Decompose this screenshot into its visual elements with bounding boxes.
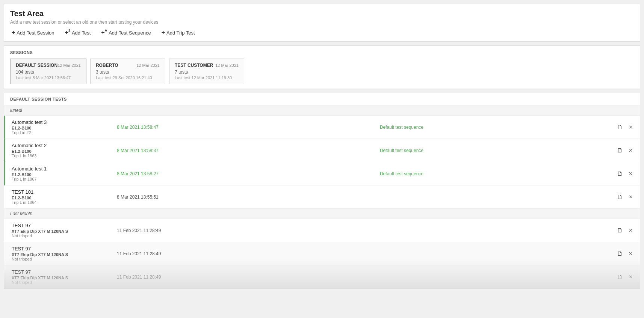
tests-section-title: DEFAULT SESSION TESTS [4, 93, 640, 105]
delete-button[interactable]: × [627, 193, 634, 201]
test-datetime: 8 Mar 2021 13:58:27 [109, 171, 192, 176]
test-datetime: 8 Mar 2021 13:58:37 [109, 148, 192, 153]
test-datetime: 8 Mar 2021 13:55:51 [109, 194, 192, 200]
session-card-roberto[interactable]: ROBERTO 12 Mar 2021 3 tests Last test 29… [90, 59, 165, 84]
test-name: Automatic test 3 [12, 119, 109, 125]
document-button[interactable]: 🗋 [615, 226, 624, 235]
session-date-2: 12 Mar 2021 [136, 63, 160, 68]
test-device: XT7 Ekip Dip XT7 M 120NA S [12, 252, 109, 257]
plus-icon-2: +1 [65, 29, 70, 36]
add-test-sequence-label: Add Test Sequence [109, 30, 151, 36]
toolbar: + Add Test Session +1 Add Test +A Add Te… [10, 29, 634, 37]
test-trip: Trip L in 1864 [12, 200, 109, 205]
add-trip-test-button[interactable]: + Add Trip Test [160, 29, 197, 37]
test-actions: 🗋 × [611, 170, 634, 178]
test-datetime: 11 Feb 2021 11:28:49 [109, 274, 192, 280]
test-sequence: Default test sequence [192, 171, 611, 176]
session-card-header: DEFAULT SESSION 12 Mar 2021 [16, 63, 81, 68]
document-icon: 🗋 [617, 274, 623, 280]
test-row-left: Automatic test 3 E1.2-B100 Trip I in 22 [12, 119, 109, 135]
test-device: E1.2-B100 [12, 172, 109, 177]
test-row: TEST 97 XT7 Ekip Dip XT7 M 120NA S Not t… [4, 265, 640, 289]
session-last-2: Last test 29 Set 2020 16:21:40 [96, 75, 160, 80]
add-test-sequence-button[interactable]: +A Add Test Sequence [100, 29, 152, 37]
test-row: TEST 97 XT7 Ekip Dip XT7 M 120NA S Not t… [4, 242, 640, 265]
test-row: Automatic test 2 E1.2-B100 Trip L in 186… [4, 139, 640, 162]
session-count-3: 7 tests [175, 69, 239, 75]
document-button[interactable]: 🗋 [615, 146, 624, 155]
test-row: TEST 101 E1.2-B100 Trip L in 1864 8 Mar … [4, 185, 640, 209]
sessions-section: SESSIONS DEFAULT SESSION 12 Mar 2021 104… [4, 45, 640, 89]
session-card-header-3: TEST CUSTOMER 12 Mar 2021 [175, 63, 239, 68]
test-name: TEST 97 [12, 223, 109, 228]
group-header-last-month: Last Month [4, 209, 640, 219]
test-name: Automatic test 2 [12, 143, 109, 148]
test-device: E1.2-B100 [12, 196, 109, 200]
document-icon: 🗋 [617, 194, 623, 200]
document-icon: 🗋 [617, 124, 623, 131]
test-sequence: Default test sequence [192, 148, 611, 153]
test-row: TEST 97 XT7 Ekip Dip XT7 M 120NA S Not t… [4, 219, 640, 242]
plus-icon: + [12, 29, 15, 36]
session-card-default[interactable]: DEFAULT SESSION 12 Mar 2021 104 tests La… [10, 59, 86, 84]
test-trip: Trip L in 1867 [12, 177, 109, 181]
document-button[interactable]: 🗋 [615, 193, 624, 201]
test-actions: 🗋 × [611, 193, 634, 201]
document-icon: 🗋 [617, 227, 623, 234]
test-row-left: Automatic test 1 E1.2-B100 Trip L in 186… [12, 166, 109, 181]
delete-button[interactable]: × [627, 170, 634, 178]
document-button[interactable]: 🗋 [615, 123, 624, 131]
add-test-button[interactable]: +1 Add Test [63, 29, 92, 37]
close-icon: × [629, 147, 632, 154]
close-icon: × [629, 194, 632, 200]
delete-button[interactable]: × [627, 250, 634, 258]
test-device: E1.2-B100 [12, 126, 109, 130]
test-actions: 🗋 × [611, 123, 634, 131]
test-sequence: Default test sequence [192, 125, 611, 130]
test-row-left: TEST 97 XT7 Ekip Dip XT7 M 120NA S Not t… [12, 269, 109, 285]
close-icon: × [629, 250, 632, 257]
close-icon: × [629, 170, 632, 177]
session-card-header-2: ROBERTO 12 Mar 2021 [96, 63, 160, 68]
page-title: Test Area [10, 9, 634, 18]
test-name: Automatic test 1 [12, 166, 109, 172]
test-trip: Not tripped [12, 257, 109, 261]
page-subtitle: Add a new test session or select an old … [10, 20, 634, 25]
add-test-label: Add Test [72, 30, 91, 36]
add-test-session-button[interactable]: + Add Test Session [10, 29, 56, 37]
add-trip-test-label: Add Trip Test [166, 30, 195, 36]
session-date: 12 Mar 2021 [57, 63, 81, 68]
delete-button[interactable]: × [627, 273, 634, 281]
test-trip: Trip L in 1863 [12, 154, 109, 158]
page-container: Test Area Add a new test session or sele… [0, 0, 644, 293]
test-actions: 🗋 × [611, 273, 634, 281]
session-card-test-customer[interactable]: TEST CUSTOMER 12 Mar 2021 7 tests Last t… [169, 59, 244, 84]
delete-button[interactable]: × [627, 226, 634, 235]
session-last-3: Last test 12 Mar 2021 11:19:30 [175, 75, 239, 80]
test-datetime: 11 Feb 2021 11:28:49 [109, 228, 192, 233]
test-name: TEST 101 [12, 189, 109, 195]
close-icon: × [629, 124, 632, 131]
group-header-lunedi: lunedi [4, 105, 640, 116]
session-date-3: 12 Mar 2021 [215, 63, 239, 68]
delete-button[interactable]: × [627, 123, 634, 131]
test-device: E1.2-B100 [12, 149, 109, 154]
document-icon: 🗋 [617, 147, 623, 154]
close-icon: × [629, 274, 632, 280]
delete-button[interactable]: × [627, 146, 634, 155]
document-button[interactable]: 🗋 [615, 250, 624, 258]
test-row-left: TEST 97 XT7 Ekip Dip XT7 M 120NA S Not t… [12, 246, 109, 261]
document-icon: 🗋 [617, 250, 623, 257]
add-test-session-label: Add Test Session [17, 30, 54, 36]
session-count: 104 tests [16, 69, 81, 75]
test-name: TEST 97 [12, 246, 109, 252]
close-icon: × [629, 227, 632, 234]
header-section: Test Area Add a new test session or sele… [4, 4, 640, 42]
test-row: Automatic test 3 E1.2-B100 Trip I in 22 … [4, 116, 640, 139]
session-name-3: TEST CUSTOMER [175, 63, 213, 68]
test-device: XT7 Ekip Dip XT7 M 120NA S [12, 276, 109, 280]
session-name-2: ROBERTO [96, 63, 118, 68]
document-button[interactable]: 🗋 [615, 170, 624, 178]
document-button[interactable]: 🗋 [615, 273, 624, 281]
plus-icon-3: +A [101, 29, 107, 36]
